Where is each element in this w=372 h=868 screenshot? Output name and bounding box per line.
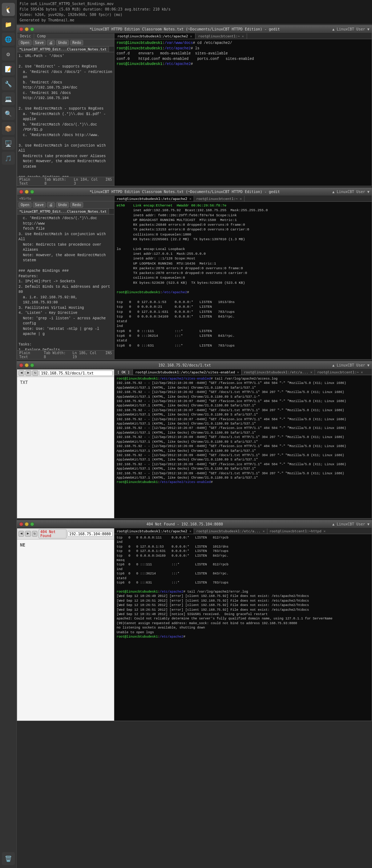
gedit-device-tab[interactable]: Devic	[17, 33, 34, 39]
terminal-pane-3: [ OK ] root@linuxcbtubudesk1:/etc/apache…	[114, 369, 372, 518]
min-btn-3[interactable]	[25, 363, 29, 367]
title-3: 192.168.75.92/docs/1.txt	[37, 363, 332, 367]
titlebar-3: 192.168.75.92/docs/1.txt ▲ LinuxCBT User…	[17, 361, 372, 369]
max-btn-4[interactable]	[30, 522, 34, 526]
close-btn-2[interactable]	[19, 190, 23, 194]
title-right-1: ▲ LinuxCBT User ▼	[332, 27, 369, 31]
term-tab-3a[interactable]: root@linuxcbtubudesk1:/etc/apache2/sites…	[133, 369, 242, 375]
max-btn-3[interactable]	[30, 363, 34, 367]
format-label: Plain Text	[19, 177, 41, 185]
sidebar-icon-search[interactable]: 🔍	[2, 107, 15, 120]
redo-btn[interactable]: Redo	[70, 40, 83, 45]
close-btn-1[interactable]	[19, 27, 23, 31]
max-btn-1[interactable]	[30, 27, 34, 31]
terminal-pane-2: root@linuxcbtubudesk1:/etc/apache2 ✕ roo…	[114, 196, 372, 359]
term-tab-2b[interactable]: root@linuxcbtcent1:~ ✕	[194, 196, 244, 201]
gedit-file-tab-1[interactable]: *LinuxCBT_HTTPD_Edit...Classroom_Notes.t…	[17, 46, 109, 52]
gedit-pane-2: <Virtu Open Save 🖨 Undo Redo *LinuxCBT_H…	[17, 196, 114, 359]
browser-pane-3: ◀ ▶ ↻ 192.168.75.92/docs/1.txt TXT	[17, 369, 114, 518]
gedit-virtual-tab[interactable]: <Virtu	[17, 196, 33, 201]
browser-forward-btn[interactable]: ▶	[25, 370, 31, 376]
titlebar-4: 404 Not Found - 192.168.75.104:8080 ▲ Li…	[17, 520, 372, 528]
unity-sidebar: 🐧 📁 🌐 ⚙️ 📝 🔧 💻 🔍 📦 🖥️ 🎵 🗑️	[0, 0, 17, 868]
open-btn-2[interactable]: Open	[19, 202, 32, 208]
print-btn-2[interactable]: 🖨	[47, 202, 55, 208]
term-tab-2a[interactable]: root@linuxcbtubudesk1:/etc/apache2 ✕	[114, 196, 194, 201]
browser-pane-4: ◀ ▶ ↻ 404 Not Found 192.168.75.104:8080 …	[17, 528, 114, 721]
term-tab-1b[interactable]: root@linuxcbtcent1:~ ✕	[195, 33, 247, 39]
browser-refresh-btn-4[interactable]: ↻	[32, 531, 37, 537]
term-content-1[interactable]: root@linuxcbtubudesk1:/var/www/docs# cd …	[114, 39, 372, 186]
terminal-pane-1: root@linuxcbtubudesk1:/etc/apache2 ✕ roo…	[114, 33, 372, 186]
max-btn-2[interactable]	[30, 190, 34, 194]
term-tab-3c[interactable]: root@linuxcbtcent1:~ ✕	[315, 369, 365, 375]
min-btn-4[interactable]	[25, 522, 29, 526]
titlebar-1: *LinuxCBT_HTTPD_Edition_Classroom_Notes.…	[17, 25, 372, 33]
term-tab-4c[interactable]: root@linuxcbtcent1:~httpd ✕	[267, 528, 328, 534]
title-4: 404 Not Found - 192.168.75.104:8080	[37, 522, 332, 526]
media-video: Video: h264, yuv420p, 1920x960, 500 fps(…	[20, 12, 369, 17]
gedit-comp-tab[interactable]: Comp	[34, 33, 49, 39]
title-right-4: ▲ LinuxCBT User ▼	[332, 522, 369, 526]
browser-url-bar-4[interactable]: 192.168.75.104:8080	[68, 531, 113, 537]
term-content-2[interactable]: eth0 Link encap:Ethernet HWaddr 00:0c:29…	[114, 202, 372, 359]
redo-btn-2[interactable]: Redo	[70, 202, 83, 208]
browser-content-3: TXT	[17, 377, 114, 518]
save-btn-2[interactable]: Save	[33, 202, 46, 208]
term-tab-4b[interactable]: root@linuxcbtubudesk1:/etc/a... ✕	[194, 528, 267, 534]
gedit-content-2[interactable]: c. 'RedirectMatch /docs/(.*)\\.doc http:…	[17, 214, 114, 350]
sidebar-icon-terminal[interactable]: 💻	[2, 92, 15, 105]
gedit-statusbar-2: Plain Text Tab Width: 8 Ln 186, Col 19 I…	[17, 350, 114, 359]
min-btn-2[interactable]	[25, 190, 29, 194]
browser-txt-label: TXT	[20, 380, 111, 385]
sidebar-icon-package[interactable]: 📦	[2, 122, 15, 135]
sidebar-icon-settings[interactable]: ⚙️	[2, 48, 15, 61]
title-right-3: ▲ LinuxCBT User ▼	[332, 363, 369, 367]
close-btn-4[interactable]	[19, 522, 23, 526]
media-info-bar: File oo6_LinuxCBT_HTTPD_Socket_Bindings.…	[17, 0, 372, 24]
browser-content-4: NE	[17, 540, 114, 721]
tabwidth-label: Tab Width: 8	[44, 177, 70, 185]
open-btn[interactable]: Open	[19, 40, 32, 45]
gedit-content-1[interactable]: 1. URL-Path - '/docs' 2. Use 'Redirect' …	[17, 52, 114, 177]
undo-btn-2[interactable]: Undo	[56, 202, 69, 208]
sidebar-icon-editor[interactable]: 📝	[2, 62, 15, 75]
print-btn[interactable]: 🖨	[47, 40, 55, 45]
browser-back-btn[interactable]: ◀	[19, 370, 24, 376]
gedit-pane-1: Devic Comp Open Save 🖨 Undo Redo *LinuxC…	[17, 33, 114, 186]
terminal-window-3: 192.168.75.92/docs/1.txt ▲ LinuxCBT User…	[17, 361, 372, 519]
browser-url-bar-3[interactable]: 192.168.75.92/docs/1.txt	[39, 370, 113, 376]
browser-refresh-btn[interactable]: ↻	[32, 370, 38, 376]
sidebar-icon-browser[interactable]: 🌐	[2, 33, 15, 46]
browser-back-btn-4[interactable]: ◀	[19, 531, 24, 537]
titlebar-2: *LinuxCBT_HTTPD_Edition_Classroom_Notes.…	[17, 188, 372, 196]
term-content-3[interactable]: root@linuxcbtubudesk1:/etc/apache2/sites…	[114, 375, 372, 518]
gedit-statusbar-1: Plain Text Tab Width: 8 Ln 184, Col 3 IN…	[17, 177, 114, 186]
term-tab-1a[interactable]: root@linuxcbtubudesk1:/etc/apache2 ✕	[114, 33, 195, 39]
min-btn-1[interactable]	[25, 27, 29, 31]
sidebar-icon-trash[interactable]: 🗑️	[2, 852, 15, 865]
mode-label: INS	[105, 177, 112, 185]
terminal-pane-4: root@linuxcbtubudesk1:/etc/apache2 ✕ roo…	[114, 528, 372, 721]
sidebar-icon-tools[interactable]: 🔧	[2, 77, 15, 90]
save-btn[interactable]: Save	[33, 40, 46, 45]
media-generated: Generated by Thumbnail.me	[20, 17, 369, 23]
position-label: Ln 184, Col 3	[74, 177, 102, 185]
terminal-window-1: *LinuxCBT_HTTPD_Edition_Classroom_Notes.…	[17, 25, 372, 186]
close-btn-3[interactable]	[19, 363, 23, 367]
undo-btn[interactable]: Undo	[56, 40, 69, 45]
term-tab-3b[interactable]: root@linuxcbtubudesk1:/etc/a... ✕	[242, 369, 315, 375]
sidebar-icon-home[interactable]: 🐧	[2, 3, 15, 16]
term-tab-4a[interactable]: root@linuxcbtubudesk1:/etc/apache2 ✕	[114, 528, 194, 534]
title-2: *LinuxCBT_HTTPD_Edition_Classroom_Notes.…	[37, 190, 332, 194]
gedit-file-tab-2[interactable]: *LinuxCBT_HTTPD_Edit...Classroom_Notes.t…	[17, 209, 109, 214]
title-1: *LinuxCBT_HTTPD_Edition_Classroom_Notes.…	[37, 27, 332, 31]
sidebar-icon-files[interactable]: 📁	[2, 18, 15, 31]
term-content-4[interactable]: tcp 0 0 0.0.0.0:111 0.0.0.0:* LISTEN 812…	[114, 534, 372, 721]
browser-forward-btn-4[interactable]: ▶	[25, 531, 31, 537]
title-right-2: ▲ LinuxCBT User ▼	[332, 190, 369, 194]
sidebar-icon-monitor[interactable]: 🖥️	[2, 137, 15, 150]
media-filename: File oo6_LinuxCBT_HTTPD_Socket_Bindings.…	[20, 1, 369, 7]
sidebar-icon-music[interactable]: 🎵	[2, 152, 15, 165]
term-tab-3-ok: [ OK ]	[114, 369, 133, 375]
